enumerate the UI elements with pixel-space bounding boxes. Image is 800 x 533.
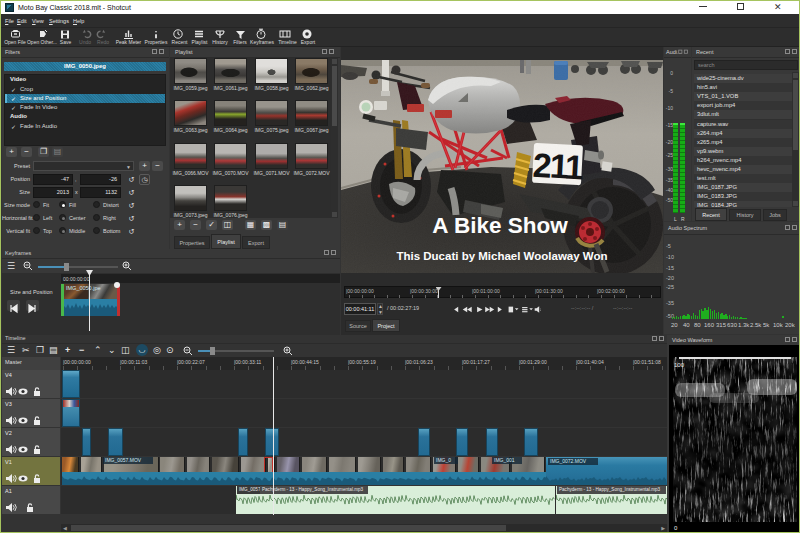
svg-text:100: 100 <box>674 362 685 368</box>
svg-text:This Ducati by Michael Woolawa: This Ducati by Michael Woolaway Won <box>396 250 607 262</box>
svg-text:0: 0 <box>674 525 678 531</box>
svg-text:A Bike Show: A Bike Show <box>432 213 568 238</box>
